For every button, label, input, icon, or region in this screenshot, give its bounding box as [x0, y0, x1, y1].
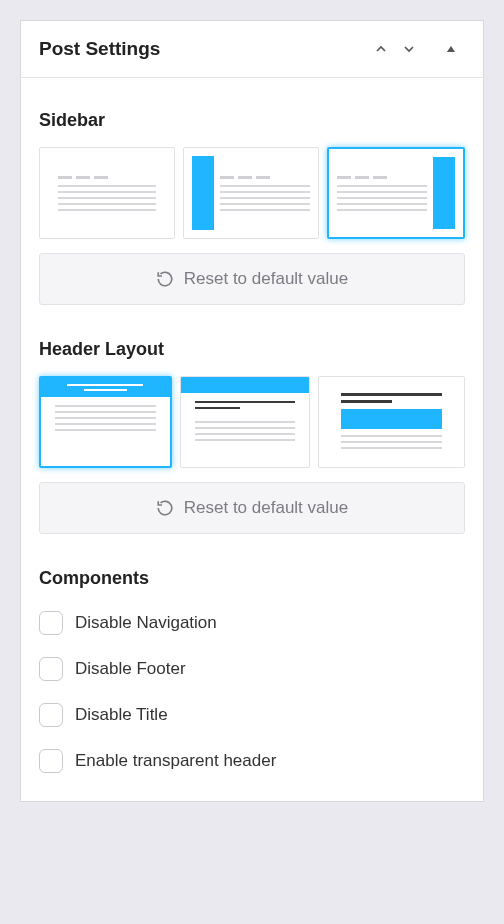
header-layout-option-2[interactable] [180, 376, 311, 468]
header-layout-option-1[interactable] [39, 376, 172, 468]
chevron-up-icon [373, 41, 389, 57]
sidebar-options [39, 147, 465, 239]
reset-sidebar-label: Reset to default value [184, 269, 348, 289]
reset-header-layout-button[interactable]: Reset to default value [39, 482, 465, 534]
checkbox-icon [39, 703, 63, 727]
checkbox-label: Enable transparent header [75, 751, 276, 771]
collapse-toggle[interactable] [437, 35, 465, 63]
panel-header: Post Settings [21, 21, 483, 78]
chevron-down-icon [401, 41, 417, 57]
checkbox-disable-title[interactable]: Disable Title [39, 703, 465, 727]
reset-icon [156, 499, 174, 517]
panel-title: Post Settings [39, 38, 367, 60]
checkbox-label: Disable Title [75, 705, 168, 725]
checkbox-icon [39, 611, 63, 635]
sidebar-option-left[interactable] [183, 147, 319, 239]
header-layout-option-3[interactable] [318, 376, 465, 468]
section-label-header-layout: Header Layout [39, 339, 465, 360]
move-up-button[interactable] [367, 35, 395, 63]
checkbox-icon [39, 657, 63, 681]
checkbox-icon [39, 749, 63, 773]
move-down-button[interactable] [395, 35, 423, 63]
svg-marker-0 [447, 46, 455, 52]
post-settings-panel: Post Settings Sidebar [20, 20, 484, 802]
sidebar-option-right[interactable] [327, 147, 465, 239]
reset-icon [156, 270, 174, 288]
checkbox-disable-footer[interactable]: Disable Footer [39, 657, 465, 681]
sidebar-option-none[interactable] [39, 147, 175, 239]
section-label-components: Components [39, 568, 465, 589]
reset-header-layout-label: Reset to default value [184, 498, 348, 518]
header-layout-options [39, 376, 465, 468]
checkbox-label: Disable Footer [75, 659, 186, 679]
checkbox-label: Disable Navigation [75, 613, 217, 633]
checkbox-enable-transparent-header[interactable]: Enable transparent header [39, 749, 465, 773]
reset-sidebar-button[interactable]: Reset to default value [39, 253, 465, 305]
checkbox-disable-navigation[interactable]: Disable Navigation [39, 611, 465, 635]
section-label-sidebar: Sidebar [39, 110, 465, 131]
triangle-up-icon [444, 42, 458, 56]
panel-body: Sidebar [21, 78, 483, 801]
